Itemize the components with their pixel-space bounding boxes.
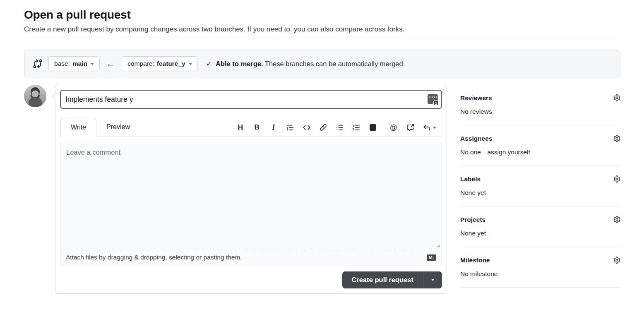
labels-value: None yet [460, 189, 621, 197]
markdown-icon: M↓ [427, 254, 436, 261]
git-compare-icon [33, 59, 43, 69]
arrow-left-icon: ← [106, 59, 115, 69]
create-pr-split-button: Create pull request [342, 271, 442, 288]
resize-grip-icon[interactable] [435, 242, 440, 247]
reviewers-title: Reviewers [460, 94, 492, 102]
main-content: 1 Write Preview H B I [24, 85, 620, 294]
cross-reference-icon[interactable] [406, 123, 414, 132]
avatar-column [24, 85, 55, 107]
milestone-value: No milestone [460, 270, 621, 278]
extension-dots [429, 96, 437, 98]
chevron-down-icon [433, 127, 436, 129]
compare-branch-selector[interactable]: compare: feature_y [122, 56, 198, 71]
attach-hint: Attach files by dragging & dropping, sel… [66, 254, 242, 261]
attach-files-bar[interactable]: Attach files by dragging & dropping, sel… [60, 249, 442, 266]
mention-icon[interactable]: @ [390, 123, 397, 132]
comment-box: Attach files by dragging & dropping, sel… [60, 143, 442, 266]
sidebar-section-milestone: Milestone No milestone [460, 247, 621, 288]
italic-icon[interactable]: I [270, 123, 277, 132]
chevron-down-icon [91, 63, 94, 65]
code-icon[interactable] [303, 123, 310, 132]
reviewers-value: No reviews [460, 108, 621, 115]
link-icon[interactable] [320, 123, 327, 132]
header-divider [24, 39, 620, 39]
merge-status-text: These branches can be automatically merg… [265, 60, 405, 67]
page-header: Open a pull request Create a new pull re… [24, 0, 620, 39]
projects-value: None yet [460, 230, 621, 237]
gear-icon[interactable] [613, 135, 621, 142]
submit-row: Create pull request [60, 271, 442, 288]
avatar [24, 85, 46, 107]
pr-sidebar: Reviewers No reviews Assignees No one—as… [460, 85, 621, 288]
unordered-list-icon[interactable] [336, 123, 344, 132]
page-title: Open a pull request [24, 8, 620, 22]
milestone-title: Milestone [460, 257, 490, 264]
heading-icon[interactable]: H [237, 123, 244, 132]
comment-area [60, 143, 442, 249]
saved-replies-button[interactable] [423, 123, 436, 132]
assignees-title: Assignees [460, 135, 493, 142]
tab-write-label: Write [71, 124, 86, 131]
speech-caret [52, 93, 55, 100]
check-icon: ✓ [206, 60, 212, 68]
branch-compare-bar: base: main ← compare: feature_y ✓ Able t… [24, 50, 620, 77]
markdown-toolbar: H B I [237, 123, 442, 137]
editor-tab-bar: Write Preview H B I [60, 118, 442, 137]
chevron-down-icon [431, 279, 435, 281]
chevron-down-icon [189, 63, 192, 65]
compare-branch-label: compare: [127, 60, 154, 67]
tasklist-icon[interactable] [369, 123, 377, 132]
tab-write[interactable]: Write [60, 118, 96, 137]
labels-title: Labels [460, 175, 481, 183]
title-input-wrap: 1 [60, 90, 442, 109]
page-subtitle: Create a new pull request by comparing c… [24, 25, 620, 34]
merge-status-bold: Able to merge. [216, 60, 263, 67]
sidebar-section-reviewers: Reviewers No reviews [460, 85, 621, 125]
base-branch-value: main [72, 60, 87, 67]
sidebar-section-projects: Projects None yet [460, 206, 621, 247]
gear-icon[interactable] [613, 257, 621, 264]
sidebar-section-assignees: Assignees No one—assign yourself [460, 125, 621, 166]
base-branch-selector[interactable]: base: main [48, 56, 100, 71]
assignees-value: No one—assign yourself [460, 149, 621, 156]
pr-title-input[interactable] [60, 90, 442, 109]
projects-title: Projects [460, 216, 485, 223]
quote-icon[interactable] [286, 123, 294, 132]
extension-badge: 1 [433, 100, 439, 106]
base-branch-label: base: [54, 60, 70, 67]
comment-textarea[interactable] [60, 143, 442, 249]
pr-form: 1 Write Preview H B I [55, 85, 447, 294]
bold-icon[interactable]: B [253, 123, 261, 132]
ordered-list-icon[interactable] [353, 123, 360, 132]
create-pull-request-button[interactable]: Create pull request [342, 271, 423, 288]
sidebar-section-labels: Labels None yet [460, 166, 621, 206]
merge-status: ✓ Able to merge. These branches can be a… [206, 60, 405, 68]
tab-preview[interactable]: Preview [96, 118, 140, 137]
gear-icon[interactable] [613, 175, 621, 183]
gear-icon[interactable] [613, 216, 621, 223]
password-manager-extension-icon[interactable]: 1 [428, 94, 438, 104]
pr-compose-page: Open a pull request Create a new pull re… [0, 0, 644, 294]
create-pr-dropdown-button[interactable] [423, 271, 442, 288]
reply-icon [423, 123, 430, 132]
gear-icon[interactable] [613, 94, 621, 102]
compare-branch-value: feature_y [157, 60, 185, 67]
tab-preview-label: Preview [106, 123, 130, 131]
